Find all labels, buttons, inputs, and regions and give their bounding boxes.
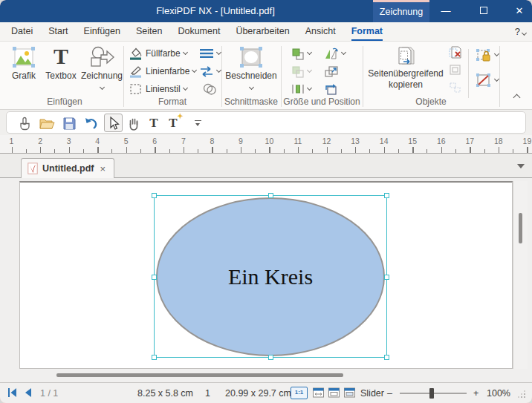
fuellfarbe-button[interactable]: Füllfarbe [129, 46, 187, 61]
document-tab[interactable]: Untitled.pdf × [21, 158, 114, 178]
fill-color-icon [129, 47, 143, 60]
menu-dokument[interactable]: Dokument [178, 22, 220, 41]
flip-button[interactable] [324, 46, 346, 61]
chevron-down-icon [307, 85, 312, 91]
vertical-scrollbar-thumb[interactable] [519, 213, 522, 243]
lock-object-button[interactable] [476, 47, 499, 62]
add-text-tool-button[interactable]: T✦ [165, 115, 181, 131]
send-backward-button[interactable] [291, 64, 311, 79]
line-weight-icon [199, 48, 214, 59]
pan-tool-button[interactable] [126, 115, 142, 131]
chevron-down-icon [522, 30, 527, 36]
grafik-button[interactable]: Grafik [6, 45, 42, 94]
tab-list-dropdown[interactable] [517, 164, 525, 168]
help-button[interactable]: ? [515, 22, 526, 41]
handle-middle-left[interactable] [152, 275, 157, 280]
tab-close-icon[interactable]: × [100, 163, 106, 174]
overflow-icon [195, 120, 201, 127]
combine-icon [202, 83, 217, 95]
linienbreite-button[interactable] [199, 46, 221, 61]
toolbar-strip: T T✦ [0, 110, 532, 135]
slider-label: Slider [360, 388, 384, 399]
textbox-icon: T [42, 45, 80, 68]
fit-visible-button[interactable] [343, 387, 356, 399]
kombinieren-button[interactable] [202, 82, 217, 96]
rotate-button[interactable] [324, 82, 339, 96]
linienfarbe-button[interactable]: Linienfarbe [129, 64, 196, 79]
handle-bottom-left[interactable] [152, 355, 157, 360]
toolbar-overflow-button[interactable] [189, 115, 206, 131]
chevron-down-icon [216, 68, 221, 73]
undo-button[interactable] [82, 115, 99, 131]
save-button[interactable] [61, 115, 77, 131]
chevron-down-icon [341, 50, 346, 55]
distribute-button[interactable] [291, 82, 311, 96]
handle-bottom-right[interactable] [384, 355, 389, 360]
prev-page-button[interactable] [23, 387, 33, 398]
menu-ansicht[interactable]: Ansicht [305, 22, 336, 41]
zoom-in-button[interactable]: + [473, 388, 479, 399]
handle-top-right[interactable] [384, 193, 389, 198]
handle-top-center[interactable] [268, 193, 273, 198]
minimize-button[interactable]: — [435, 0, 457, 22]
resize-button[interactable] [324, 64, 339, 79]
chevron-down-icon [307, 50, 312, 55]
resize-grip[interactable] [518, 390, 525, 398]
no-outline-button[interactable] [476, 73, 499, 88]
group-label-format: Format [123, 96, 221, 107]
menu-einfuegen[interactable]: Einfügen [84, 22, 120, 41]
menu-start[interactable]: Start [48, 22, 68, 41]
chevron-down-icon [183, 85, 188, 91]
horizontal-scrollbar[interactable] [16, 369, 513, 382]
lock-icon [476, 47, 492, 62]
crop-icon [239, 46, 263, 68]
textbox-button[interactable]: T Textbox [42, 45, 80, 94]
menu-seiten[interactable]: Seiten [136, 22, 162, 41]
handle-bottom-center[interactable] [268, 355, 273, 360]
linienstil-button[interactable]: Linienstil [129, 82, 187, 96]
copy-across-pages-button[interactable]: Seitenübergreifend kopieren [366, 45, 446, 94]
pfeile-button[interactable] [199, 64, 221, 79]
menu-format[interactable]: Format [351, 22, 383, 41]
ungroup-objects-button[interactable] [449, 80, 462, 95]
hand-icon [127, 117, 140, 131]
fit-page-button[interactable] [328, 387, 340, 399]
zeichnung-button[interactable]: Zeichnung [80, 45, 123, 94]
beschneiden-button[interactable]: Beschneiden [224, 45, 278, 94]
page-size-readout: 20.99 x 29.7 cm [225, 388, 291, 399]
fit-width-button[interactable] [312, 387, 325, 399]
zoom-out-button[interactable]: – [387, 388, 392, 399]
menu-datei[interactable]: Datei [11, 22, 33, 41]
select-tool-button[interactable] [106, 115, 122, 131]
chevron-down-icon [99, 85, 104, 90]
menubar: Datei Start Einfügen Seiten Dokument Übe… [0, 22, 532, 42]
vertical-scrollbar[interactable] [513, 181, 528, 369]
handle-top-left[interactable] [152, 193, 157, 198]
maximize-button[interactable] [473, 0, 495, 22]
group-icon [449, 64, 462, 76]
text-tool-button[interactable]: T [146, 115, 162, 131]
fit-page-icon [328, 387, 340, 399]
first-page-button[interactable] [7, 387, 18, 398]
horizontal-scrollbar-thumb[interactable] [56, 373, 343, 377]
chevron-down-icon [192, 68, 197, 73]
zoom-slider-handle[interactable] [429, 388, 434, 399]
zoom-level-readout: 100% [487, 388, 510, 399]
titlebar: FlexiPDF NX - [Untitled.pdf] Zeichnung —… [0, 0, 532, 22]
context-tab-zeichnung[interactable]: Zeichnung [373, 0, 429, 22]
group-separator [499, 46, 500, 107]
delete-object-button[interactable] [447, 45, 462, 59]
close-button[interactable]: ✕ [508, 0, 531, 22]
no-border-icon [476, 73, 492, 88]
open-button[interactable] [39, 115, 55, 131]
group-objects-button[interactable] [449, 62, 462, 77]
actual-size-button[interactable]: 1:1 [291, 387, 308, 399]
menu-ueberarbeiten[interactable]: Überarbeiten [236, 22, 289, 41]
mini-separator [468, 49, 469, 98]
bring-forward-button[interactable] [291, 46, 311, 61]
handle-middle-right[interactable] [384, 275, 389, 280]
page-indicator: 1 / 1 [40, 388, 58, 399]
document-tabbar: Untitled.pdf × [0, 154, 532, 178]
touch-mode-button[interactable] [16, 115, 33, 131]
collapse-ribbon-button[interactable] [513, 94, 521, 102]
